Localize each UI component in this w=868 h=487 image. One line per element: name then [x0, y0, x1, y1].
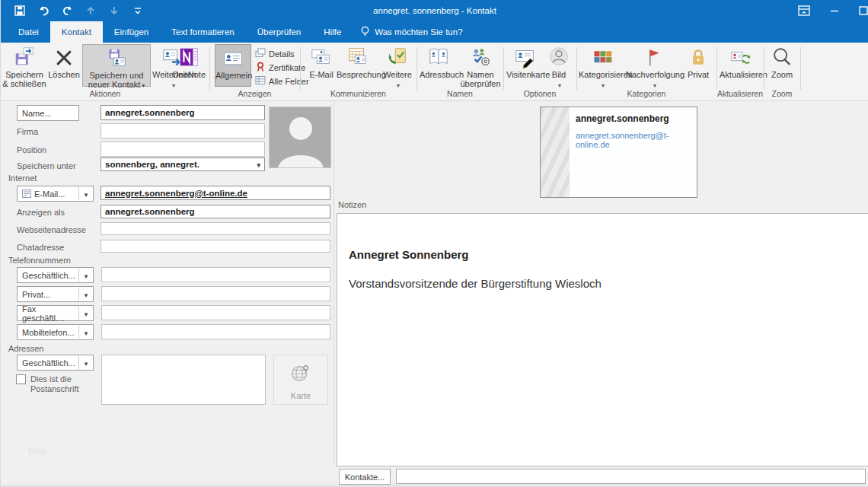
mobile-phone-field[interactable]: [101, 324, 330, 339]
telefon-section-label: Telefonnummern: [8, 256, 71, 265]
save-new-contact-label: Speichern und neuer Kontakt: [83, 71, 150, 90]
karte-label: Karte: [274, 391, 327, 400]
ribbon-display-options-icon[interactable]: [791, 0, 817, 21]
phone-business-field[interactable]: [101, 267, 330, 282]
name-button[interactable]: Name...: [17, 105, 79, 121]
namen-ueberpruefen-button[interactable]: Namen überprüfen: [459, 44, 502, 87]
webpage-field[interactable]: [101, 222, 330, 235]
linked-contacts-field[interactable]: [396, 469, 866, 484]
phone-home-button[interactable]: Privat...: [17, 286, 79, 302]
tab-ueberpruefen[interactable]: Überprüfen: [246, 21, 313, 43]
aktualisieren-button[interactable]: Aktualisieren: [720, 44, 762, 87]
delete-button[interactable]: Löschen: [46, 44, 81, 87]
address-book-icon: [420, 44, 458, 68]
business-card-preview[interactable]: annegret.sonnenberg annegret.sonnenberg@…: [540, 107, 697, 198]
phone-home-label: Privat...: [22, 290, 50, 299]
delete-label: Löschen: [46, 70, 81, 79]
allgemein-label: Allgemein: [215, 71, 251, 80]
address-business-dropdown[interactable]: [78, 355, 94, 371]
chevron-down-icon: [85, 290, 88, 299]
ribbon-tab-bar: Datei Kontakt Einfügen Text formatieren …: [1, 21, 868, 43]
address-textarea[interactable]: [101, 355, 266, 405]
categorize-icon: [579, 44, 626, 68]
maximize-button[interactable]: [850, 0, 868, 21]
mobile-phone-button[interactable]: Mobiltelefon...: [17, 324, 79, 340]
webseitenadresse-label: Webseitenadresse: [17, 225, 86, 234]
notes-area[interactable]: Annegret Sonnenberg Vorstandsvorsitzende…: [337, 213, 868, 466]
dropdown-caret: [627, 80, 682, 89]
zoom-button[interactable]: Zoom: [767, 44, 797, 87]
check-names-icon: [459, 44, 502, 68]
mailing-address-checkbox[interactable]: [16, 374, 26, 384]
kontakte-button[interactable]: Kontakte...: [339, 469, 391, 485]
group-divider: [300, 47, 301, 90]
card-side-strip: [541, 107, 570, 197]
ribbon: Speichern & schließen Löschen Speichern …: [1, 43, 868, 101]
file-as-dropdown[interactable]: sonnenberg, annegret.: [101, 158, 265, 171]
contact-photo-placeholder[interactable]: [269, 107, 331, 168]
phone-home-field[interactable]: [101, 286, 330, 301]
lightbulb-icon: [360, 26, 370, 39]
details-button[interactable]: Details: [255, 47, 295, 60]
file-as-value: sonnenberg, annegret.: [105, 160, 199, 169]
group-divider: [716, 47, 717, 90]
adressbuch-button[interactable]: Adressbuch: [420, 44, 458, 87]
besprechung-button[interactable]: Besprechung: [337, 44, 379, 87]
tell-me-box[interactable]: Was möchten Sie tun?: [353, 21, 470, 43]
email-button[interactable]: E-Mail...: [17, 186, 79, 202]
weitere-label: Weitere: [381, 70, 414, 90]
nachverfolgung-label: Nachverfolgung: [626, 70, 682, 90]
privat-button[interactable]: Privat: [684, 44, 713, 87]
phone-home-dropdown[interactable]: [78, 286, 94, 302]
chevron-down-icon: [85, 189, 88, 199]
visitenkarte-button[interactable]: Visitenkarte: [506, 44, 544, 87]
email-dropdown-button[interactable]: [78, 186, 94, 202]
email-button-label: E-Mail...: [34, 189, 65, 199]
besprechung-label: Besprechung: [337, 70, 379, 79]
title-bar: annegret. sonnenberg - Kontakt: [1, 0, 868, 21]
nachverfolgung-button[interactable]: Nachverfolgung: [626, 44, 682, 87]
minimize-button[interactable]: [822, 0, 847, 21]
mobile-phone-dropdown[interactable]: [78, 324, 94, 340]
tab-text-formatieren[interactable]: Text formatieren: [160, 21, 245, 43]
group-divider: [800, 47, 801, 90]
onenote-button[interactable]: OneNote: [170, 44, 208, 87]
kontakte-button-label: Kontakte...: [345, 473, 385, 482]
address-business-button[interactable]: Geschäftlich...: [17, 355, 79, 371]
weitere-button[interactable]: Weitere: [381, 44, 414, 87]
tab-datei[interactable]: Datei: [7, 21, 50, 43]
full-name-field[interactable]: annegret.sonnenberg: [101, 105, 265, 120]
phone-business-button[interactable]: Geschäftlich...: [17, 267, 79, 283]
mailing-address-checkbox-label: Dies ist die Postanschrift: [30, 374, 94, 394]
email-ribbon-button[interactable]: E-Mail: [308, 44, 335, 87]
group-label-anzeigen: Anzeigen: [209, 89, 300, 98]
firma-field[interactable]: [101, 123, 265, 138]
email-field[interactable]: annegret.sonnenberg@t-online.de: [101, 186, 330, 200]
zertifikate-button[interactable]: Zertifikate: [255, 61, 305, 74]
allgemein-icon: [215, 45, 251, 69]
karte-button[interactable]: Karte: [273, 355, 328, 405]
tab-einfuegen[interactable]: Einfügen: [103, 21, 160, 43]
save-close-icon: [2, 44, 46, 68]
fax-business-button[interactable]: Fax geschäftl....: [17, 305, 79, 321]
allgemein-button[interactable]: Allgemein: [215, 44, 251, 87]
tab-kontakt[interactable]: Kontakt: [50, 21, 103, 43]
note-name: Annegret Sonnenberg: [349, 248, 469, 261]
zoom-icon: [767, 44, 797, 68]
phone-business-dropdown[interactable]: [78, 267, 94, 283]
phone-business-label: Geschäftlich...: [22, 271, 75, 280]
display-as-field[interactable]: annegret.sonnenberg: [101, 205, 330, 218]
fax-business-dropdown[interactable]: [78, 305, 94, 321]
tell-me-label: Was möchten Sie tun?: [375, 27, 462, 37]
kategorisieren-button[interactable]: Kategorisieren: [579, 44, 626, 87]
save-new-contact-button[interactable]: Speichern und neuer Kontakt: [82, 44, 151, 87]
fax-business-field[interactable]: [101, 305, 330, 320]
im-address-field[interactable]: [101, 240, 330, 253]
bild-button[interactable]: Bild: [546, 44, 572, 87]
outlook-contact-window: { "titlebar": { "title": "annegret. sonn…: [0, 0, 868, 487]
dropdown-caret: [580, 80, 626, 89]
watermark: blog: [28, 446, 46, 457]
tab-hilfe[interactable]: Hilfe: [312, 21, 353, 43]
position-field[interactable]: [101, 142, 265, 157]
save-close-button[interactable]: Speichern & schließen: [2, 44, 46, 87]
